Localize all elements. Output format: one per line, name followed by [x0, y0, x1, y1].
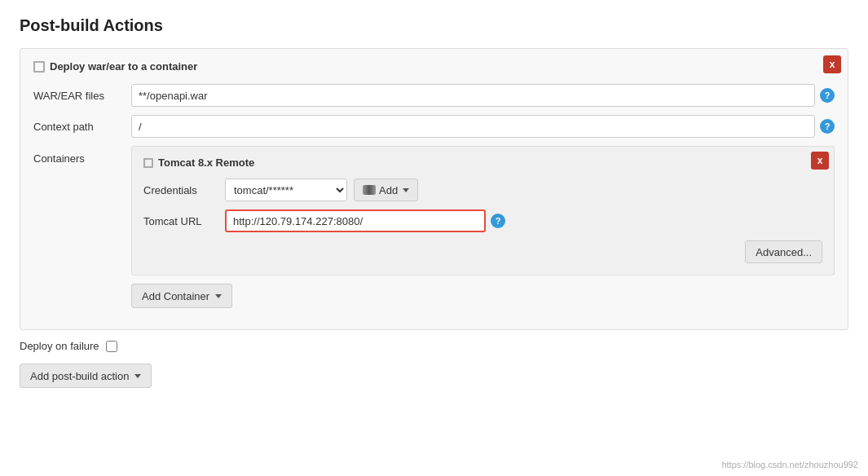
war-input[interactable] [131, 84, 815, 107]
advanced-button[interactable]: Advanced... [745, 240, 822, 263]
watermark: https://blog.csdn.net/zhouzhou992 [721, 460, 858, 469]
deploy-on-failure-checkbox[interactable] [106, 341, 117, 352]
add-container-chevron [215, 294, 222, 298]
add-container-label: Add Container [142, 290, 209, 302]
containers-area: x Tomcat 8.x Remote Credentials tomcat/*… [131, 146, 835, 308]
war-help-icon[interactable]: ? [820, 88, 835, 103]
context-row: Context path ? [33, 115, 835, 138]
containers-row: Containers x Tomcat 8.x Remote Credentia… [33, 146, 835, 308]
tomcat-container-card: x Tomcat 8.x Remote Credentials tomcat/*… [131, 146, 835, 275]
tomcat-url-row: Tomcat URL ? [143, 209, 822, 232]
section-header: Deploy war/ear to a container [33, 60, 835, 73]
section-close-button[interactable]: x [823, 55, 841, 73]
deploy-on-failure-row: Deploy on failure [20, 340, 848, 352]
add-container-button[interactable]: Add Container [131, 284, 232, 308]
key-icon [363, 185, 376, 195]
credentials-label: Credentials [143, 184, 225, 196]
context-label: Context path [33, 121, 131, 133]
container-title-text: Tomcat 8.x Remote [158, 156, 254, 169]
container-title: Tomcat 8.x Remote [143, 156, 822, 169]
advanced-row: Advanced... [143, 240, 822, 263]
add-credentials-chevron [403, 188, 409, 192]
credentials-select[interactable]: tomcat/****** [225, 178, 347, 201]
credentials-controls: tomcat/****** Add [225, 178, 418, 201]
context-input[interactable] [131, 115, 815, 138]
war-row: WAR/EAR files ? [33, 84, 835, 107]
container-title-icon [143, 158, 153, 168]
war-label: WAR/EAR files [33, 90, 131, 102]
context-help-icon[interactable]: ? [820, 119, 835, 134]
add-credentials-button[interactable]: Add [354, 178, 418, 201]
credentials-row: Credentials tomcat/****** Add [143, 178, 822, 201]
page-title: Post-build Actions [20, 16, 848, 35]
section-header-icon [33, 61, 45, 73]
deploy-on-failure-label: Deploy on failure [20, 340, 99, 352]
add-credentials-label: Add [379, 184, 398, 196]
add-post-build-button[interactable]: Add post-build action [20, 364, 152, 388]
add-post-build-chevron [134, 374, 141, 378]
section-title: Deploy war/ear to a container [50, 60, 197, 73]
container-close-button[interactable]: x [811, 152, 829, 170]
deploy-section-card: x Deploy war/ear to a container WAR/EAR … [20, 48, 848, 330]
containers-label: Containers [33, 146, 131, 165]
tomcat-url-input[interactable] [225, 209, 486, 232]
tomcat-url-label: Tomcat URL [143, 215, 225, 227]
page-wrapper: Post-build Actions x Deploy war/ear to a… [0, 0, 868, 476]
tomcat-url-help-icon[interactable]: ? [491, 214, 505, 228]
add-post-build-label: Add post-build action [30, 370, 129, 382]
